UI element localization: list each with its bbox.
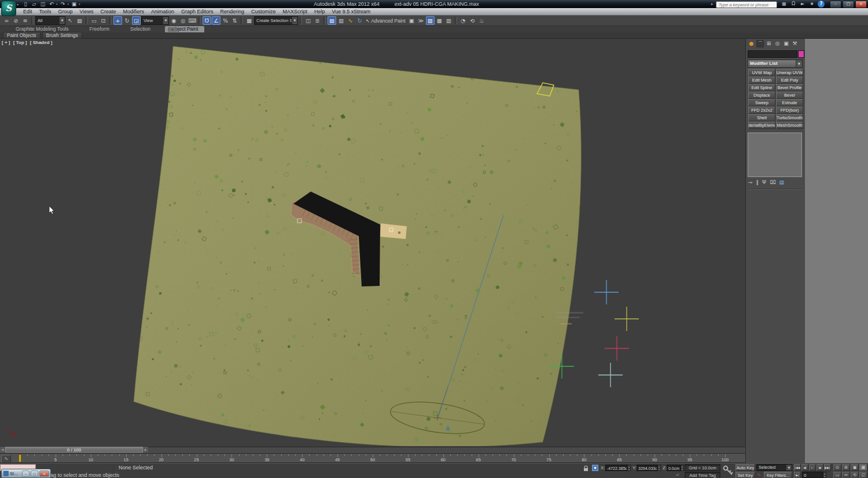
- viewport-view-label[interactable]: [ Top ]: [13, 40, 27, 45]
- go-to-start-button[interactable]: |◀◀: [794, 464, 801, 471]
- x-spinner[interactable]: ▴▾: [627, 465, 631, 471]
- schematic-view-icon[interactable]: ↻: [355, 16, 364, 25]
- scene-explorer-icon[interactable]: ▥: [337, 16, 345, 25]
- unlink-selection-icon[interactable]: ⊘: [12, 16, 20, 25]
- select-and-move-icon[interactable]: +: [113, 16, 122, 25]
- mini-minimize-button[interactable]: –: [22, 470, 30, 477]
- advanced-paint-button[interactable]: ↖Advanced Paint: [365, 18, 407, 24]
- x-coordinate-field[interactable]: -4722.385c: [605, 465, 627, 471]
- window-crossing-icon[interactable]: ⊡: [99, 16, 108, 25]
- menu-item-customize[interactable]: Customize: [248, 8, 279, 16]
- menu-item-help[interactable]: Help: [311, 8, 329, 16]
- render-setup-icon[interactable]: ▥: [444, 16, 453, 25]
- close-button[interactable]: ×: [855, 1, 867, 8]
- y-coordinate-field[interactable]: 3294.033c: [637, 465, 657, 471]
- ribbon-config-icon[interactable]: ▾: [168, 27, 177, 32]
- menu-item-tools[interactable]: Tools: [36, 8, 55, 16]
- help-icon[interactable]: ?: [818, 1, 825, 8]
- object-color-swatch[interactable]: [798, 50, 804, 58]
- zoom-extents-all-button[interactable]: ⊠: [859, 464, 867, 471]
- chevron-down-icon[interactable]: ▼: [786, 465, 792, 470]
- redo-icon-arrow[interactable]: ▾: [68, 2, 69, 6]
- mini-restore-button[interactable]: ▢: [31, 470, 38, 477]
- modifier-button-unwrap-uvw[interactable]: Unwrap UVW: [776, 69, 803, 76]
- ribbon-subtab-brush-settings[interactable]: Brush Settings: [42, 32, 82, 39]
- search-input[interactable]: [716, 1, 777, 8]
- frame-spinner[interactable]: ▴▾: [823, 472, 826, 478]
- next-frame-button[interactable]: |▶: [816, 464, 823, 471]
- modifier-button-bevel[interactable]: Bevel: [776, 91, 803, 99]
- menu-item-rendering[interactable]: Rendering: [217, 8, 248, 16]
- add-time-tag[interactable]: Add Time Tag: [685, 472, 720, 478]
- bind-to-spacewarp-icon[interactable]: ≋: [21, 16, 30, 25]
- modifier-button-ffd-2x2x2[interactable]: FFD 2x2x2: [748, 106, 775, 114]
- previous-frame-arrow[interactable]: ◂: [0, 447, 5, 453]
- viewport-shading-label[interactable]: [ Shaded ]: [30, 40, 53, 45]
- communication-center-icon[interactable]: ►: [799, 1, 806, 8]
- make-unique-icon[interactable]: Ψ: [762, 179, 766, 185]
- tab-utilities[interactable]: ⚒: [791, 40, 799, 47]
- undo-icon[interactable]: ↶: [48, 1, 55, 8]
- menu-item-group[interactable]: Group: [55, 8, 76, 16]
- open-file-icon[interactable]: ▱: [31, 1, 38, 8]
- current-frame-marker[interactable]: [19, 454, 21, 462]
- zoom-button[interactable]: ⊙: [833, 464, 841, 471]
- redo-icon[interactable]: ↷: [60, 1, 67, 8]
- named-selection-sets-input[interactable]: Create Selection Set▼: [254, 16, 298, 25]
- application-menu-button[interactable]: S: [1, 1, 16, 16]
- ribbon-tab-selection[interactable]: Selection: [124, 26, 157, 32]
- orbit-button[interactable]: ⟲: [851, 472, 859, 478]
- play-button[interactable]: ▷: [809, 464, 816, 471]
- containers-icon[interactable]: ▣: [407, 16, 416, 25]
- current-frame-field[interactable]: 0: [802, 472, 823, 478]
- set-key-button[interactable]: Set Key: [735, 472, 755, 478]
- snaps-toggle-icon[interactable]: ℧: [203, 16, 211, 25]
- modifier-button-meshsmooth[interactable]: MeshSmooth: [776, 122, 803, 129]
- show-end-result-icon[interactable]: ∥: [756, 179, 759, 185]
- menu-item-vue-9-5-xstream[interactable]: Vue 9.5 xStream: [329, 8, 374, 16]
- chevron-down-icon[interactable]: ▼: [163, 17, 168, 24]
- material-editor-icon[interactable]: ▩: [435, 16, 444, 25]
- modifier-button-displace[interactable]: Displace: [748, 91, 775, 99]
- selection-lock-icon[interactable]: [583, 465, 589, 472]
- next-frame-arrow[interactable]: ▸: [143, 447, 148, 453]
- selection-set-dropdown[interactable]: Selected ▼: [756, 464, 792, 471]
- tab-motion[interactable]: ◎: [774, 40, 781, 47]
- project-folder-icon[interactable]: ▣: [71, 1, 78, 8]
- configure-modifier-sets-icon[interactable]: ▤: [779, 179, 785, 185]
- previous-frame-button[interactable]: ◀|: [801, 464, 808, 471]
- key-mode-toggle[interactable]: ▶|: [794, 472, 801, 478]
- modifier-button-materialbyelement[interactable]: MaterialByElement: [748, 122, 775, 129]
- remove-modifier-icon[interactable]: ⌧: [770, 179, 775, 185]
- menu-item-graph-editors[interactable]: Graph Editors: [178, 8, 217, 16]
- angle-snap-icon[interactable]: ∠: [212, 16, 220, 25]
- arrows-icon[interactable]: ≫: [417, 16, 425, 25]
- viewport-menu-label[interactable]: [ + ]: [2, 40, 10, 45]
- mirror-icon[interactable]: ◫: [304, 16, 312, 25]
- maximize-viewport-button[interactable]: ◱: [859, 472, 867, 478]
- set-keys-icon[interactable]: [722, 465, 734, 477]
- application-menu-arrow-icon[interactable]: ▾: [17, 2, 19, 6]
- project-folder-icon-arrow[interactable]: ▾: [79, 2, 80, 6]
- zoom-extents-button[interactable]: ▣: [851, 464, 859, 471]
- modifier-button-sweep[interactable]: Sweep: [748, 99, 775, 106]
- selection-filter-dropdown[interactable]: All▼: [35, 16, 65, 25]
- select-object-icon[interactable]: ↖: [66, 16, 75, 25]
- align-icon[interactable]: ≣: [313, 16, 322, 25]
- object-name-field[interactable]: [748, 50, 797, 58]
- mini-curve-editor-button[interactable]: ∿: [1, 455, 11, 463]
- zoom-region-button[interactable]: ▭: [833, 472, 841, 478]
- zoom-all-button[interactable]: ⊞: [842, 464, 850, 471]
- restore-button[interactable]: ▢: [843, 1, 854, 8]
- rendered-frame-window-icon[interactable]: ◔: [459, 16, 468, 25]
- select-by-name-icon[interactable]: ▤: [75, 16, 84, 25]
- infocenter-settings-icon[interactable]: Ω: [790, 1, 797, 8]
- time-slider-thumb[interactable]: 0 / 100: [5, 447, 143, 453]
- mini-close-button[interactable]: ×: [39, 470, 49, 477]
- ribbon-tab-freeform[interactable]: Freeform: [83, 26, 116, 32]
- point-helper-magenta[interactable]: [605, 336, 629, 361]
- select-and-manipulate-icon[interactable]: ◎: [179, 16, 187, 25]
- keyboard-override-icon[interactable]: ⌨: [188, 16, 197, 25]
- render-iterative-icon[interactable]: ⟲: [468, 16, 477, 25]
- menu-item-create[interactable]: Create: [97, 8, 119, 16]
